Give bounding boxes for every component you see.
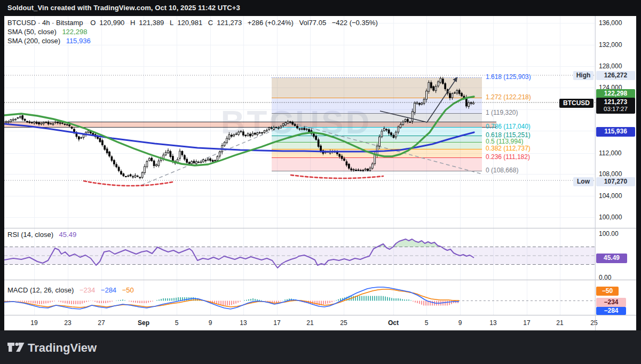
fib-label-0.236: 0.236 (111,182) — [486, 153, 530, 161]
title-bar: Soldout_Vin created with TradingView.com… — [0, 0, 641, 16]
sma200-value: 115,936 — [66, 37, 91, 45]
rsi-label: RSI (14, close) — [7, 231, 53, 239]
price-axis[interactable] — [595, 16, 636, 315]
page-title: Soldout_Vin created with TradingView.com… — [7, 4, 240, 12]
sma200-legend[interactable]: SMA (200, close) 115,936 — [7, 37, 94, 45]
fib-band-1 — [272, 113, 482, 127]
symbol-chip: BTCUSD — [559, 99, 593, 108]
time-axis[interactable] — [4, 315, 595, 330]
macd-line-badge: −284 — [596, 307, 626, 315]
support-arc-2[interactable] — [291, 175, 383, 178]
chart-canvas[interactable]: BTCUSD — [0, 0, 641, 364]
fib-label-0.786: 0.786 (117,040) — [486, 123, 531, 130]
volume-value: Vol77.05 — [299, 19, 327, 27]
macd-signal-badge: −50 — [596, 287, 619, 296]
panel-separator-macd[interactable] — [4, 280, 636, 280]
fib-label-1: 1 (119,320) — [486, 109, 518, 116]
fib-label-1.272: 1.272 (122,218) — [486, 93, 531, 101]
macd-signal-value: −50 — [122, 286, 134, 294]
right-margin — [636, 16, 641, 330]
sma200-label: SMA (200, close) — [7, 37, 60, 45]
macd-hist-badge: −234 — [596, 298, 626, 307]
ohlc-open: O120,990 — [90, 19, 124, 27]
footer: TradingView — [0, 330, 641, 364]
tradingview-brand[interactable]: TradingView — [28, 341, 97, 355]
change-value: +286 (+0.24%) — [248, 19, 294, 27]
fib-label-0.5: 0.5 (113,994) — [486, 138, 524, 145]
sma200-badge: 115,936 — [596, 127, 635, 137]
macd-label: MACD (12, 26, close) — [7, 286, 74, 294]
macd-line-value: −284 — [101, 286, 116, 294]
tradingview-logo-icon[interactable] — [7, 341, 25, 354]
macd-hist-value: −234 — [80, 286, 95, 294]
symbol-title: BTCUSD · 4h · Bitstamp — [7, 19, 83, 27]
panel-separator-rsi[interactable] — [4, 228, 636, 228]
fib-label-1.618: 1.618 (125,903) — [486, 73, 531, 81]
left-margin — [0, 16, 4, 330]
sma50-legend[interactable]: SMA (50, close) 122,298 — [7, 28, 91, 36]
fib-label-0.382: 0.382 (112,737) — [486, 145, 531, 152]
high-label-chip: High — [573, 71, 593, 80]
ohlc-low: L120,981 — [170, 19, 202, 27]
macd-histogram — [5, 296, 458, 306]
fib-band-0.236 — [272, 157, 482, 171]
support-arc-1[interactable] — [84, 181, 172, 186]
rsi-panel[interactable] — [4, 239, 595, 268]
sma50-label: SMA (50, close) — [7, 28, 57, 36]
last-price-badge: 121,27303:17:27 — [596, 98, 635, 114]
high-value-badge: 126,272 — [596, 71, 635, 80]
sma50-value: 122,298 — [62, 28, 87, 36]
trendline-1[interactable] — [141, 123, 291, 185]
rsi-badge: 45.49 — [596, 254, 627, 263]
ohlc-high: H121,389 — [130, 19, 164, 27]
ohlc-close: C121,273 — [208, 19, 242, 27]
low-value-badge: 107,270 — [596, 177, 635, 186]
rsi-legend[interactable]: RSI (14, close) 45.49 — [7, 231, 80, 239]
volume-change-value: −422 (−0.35%) — [332, 19, 378, 27]
main-legend[interactable]: BTCUSD · 4h · Bitstamp O120,990 H121,389… — [7, 19, 382, 27]
macd-legend[interactable]: MACD (12, 26, close) −234 −284 −50 — [7, 286, 138, 294]
low-label-chip: Low — [573, 177, 593, 186]
fib-label-0: 0 (108,668) — [486, 167, 518, 174]
rsi-value: 45.49 — [59, 231, 77, 239]
